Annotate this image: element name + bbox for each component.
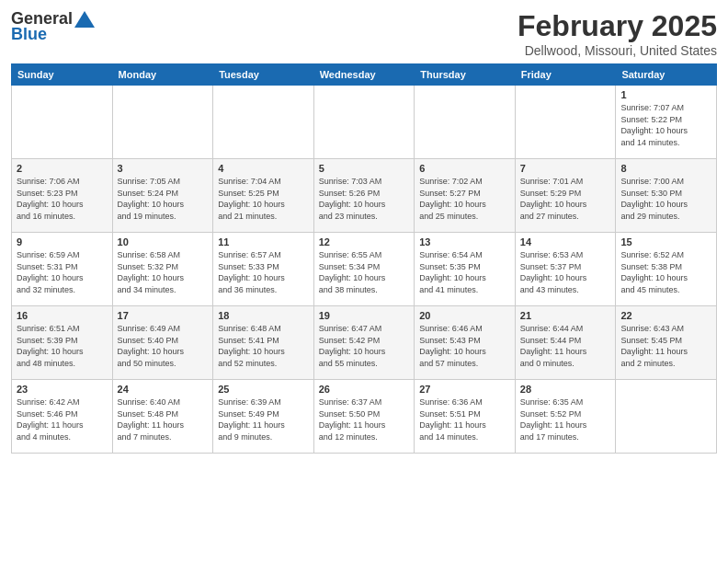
calendar-cell: 1Sunrise: 7:07 AM Sunset: 5:22 PM Daylig…	[616, 86, 717, 159]
day-info: Sunrise: 6:42 AM Sunset: 5:46 PM Dayligh…	[17, 396, 108, 442]
day-of-week-header: Thursday	[415, 64, 516, 86]
day-of-week-header: Sunday	[12, 64, 113, 86]
calendar-cell: 14Sunrise: 6:53 AM Sunset: 5:37 PM Dayli…	[515, 233, 616, 306]
day-number: 19	[319, 310, 410, 321]
day-of-week-header: Friday	[515, 64, 616, 86]
calendar-cell: 15Sunrise: 6:52 AM Sunset: 5:38 PM Dayli…	[616, 233, 717, 306]
day-info: Sunrise: 6:47 AM Sunset: 5:42 PM Dayligh…	[319, 323, 410, 369]
day-number: 2	[17, 163, 108, 174]
day-info: Sunrise: 6:48 AM Sunset: 5:41 PM Dayligh…	[218, 323, 309, 369]
day-info: Sunrise: 6:39 AM Sunset: 5:49 PM Dayligh…	[218, 396, 309, 442]
calendar-cell: 16Sunrise: 6:51 AM Sunset: 5:39 PM Dayli…	[12, 306, 113, 380]
day-number: 3	[118, 163, 209, 174]
day-number: 22	[620, 310, 711, 321]
day-info: Sunrise: 6:58 AM Sunset: 5:32 PM Dayligh…	[118, 249, 209, 295]
day-info: Sunrise: 6:46 AM Sunset: 5:43 PM Dayligh…	[419, 323, 510, 369]
day-number: 20	[419, 310, 510, 321]
day-number: 17	[118, 310, 209, 321]
day-number: 4	[218, 163, 309, 174]
day-info: Sunrise: 6:37 AM Sunset: 5:50 PM Dayligh…	[319, 396, 410, 442]
calendar-cell	[515, 86, 616, 159]
day-number: 14	[520, 236, 611, 247]
calendar-cell: 21Sunrise: 6:44 AM Sunset: 5:44 PM Dayli…	[515, 306, 616, 380]
day-info: Sunrise: 6:35 AM Sunset: 5:52 PM Dayligh…	[520, 396, 611, 442]
day-number: 12	[319, 236, 410, 247]
calendar-cell: 6Sunrise: 7:02 AM Sunset: 5:27 PM Daylig…	[415, 159, 516, 233]
calendar-cell	[415, 86, 516, 159]
calendar-cell: 5Sunrise: 7:03 AM Sunset: 5:26 PM Daylig…	[313, 159, 415, 233]
day-info: Sunrise: 7:07 AM Sunset: 5:22 PM Dayligh…	[620, 102, 711, 148]
calendar-cell	[616, 380, 717, 454]
calendar-cell: 22Sunrise: 6:43 AM Sunset: 5:45 PM Dayli…	[616, 306, 717, 380]
calendar-week-row: 16Sunrise: 6:51 AM Sunset: 5:39 PM Dayli…	[12, 306, 717, 380]
calendar-week-row: 9Sunrise: 6:59 AM Sunset: 5:31 PM Daylig…	[12, 233, 717, 306]
day-info: Sunrise: 6:54 AM Sunset: 5:35 PM Dayligh…	[419, 249, 510, 295]
day-number: 27	[419, 384, 510, 395]
day-of-week-header: Tuesday	[213, 64, 314, 86]
logo: General Blue	[11, 9, 97, 44]
day-number: 13	[419, 236, 510, 247]
calendar-cell: 13Sunrise: 6:54 AM Sunset: 5:35 PM Dayli…	[415, 233, 516, 306]
day-info: Sunrise: 6:49 AM Sunset: 5:40 PM Dayligh…	[118, 323, 209, 369]
calendar-cell: 4Sunrise: 7:04 AM Sunset: 5:25 PM Daylig…	[213, 159, 314, 233]
calendar-week-row: 2Sunrise: 7:06 AM Sunset: 5:23 PM Daylig…	[12, 159, 717, 233]
calendar-cell: 25Sunrise: 6:39 AM Sunset: 5:49 PM Dayli…	[213, 380, 314, 454]
calendar-cell: 26Sunrise: 6:37 AM Sunset: 5:50 PM Dayli…	[313, 380, 415, 454]
day-number: 24	[118, 384, 209, 395]
calendar-cell: 20Sunrise: 6:46 AM Sunset: 5:43 PM Dayli…	[415, 306, 516, 380]
calendar-header-row: SundayMondayTuesdayWednesdayThursdayFrid…	[12, 64, 717, 86]
day-info: Sunrise: 6:57 AM Sunset: 5:33 PM Dayligh…	[218, 249, 309, 295]
calendar-cell: 19Sunrise: 6:47 AM Sunset: 5:42 PM Dayli…	[313, 306, 415, 380]
header: General Blue February 2025 Dellwood, Mis…	[11, 9, 717, 58]
calendar-cell: 2Sunrise: 7:06 AM Sunset: 5:23 PM Daylig…	[12, 159, 113, 233]
day-number: 1	[620, 89, 711, 100]
calendar-cell: 3Sunrise: 7:05 AM Sunset: 5:24 PM Daylig…	[112, 159, 213, 233]
calendar-week-row: 23Sunrise: 6:42 AM Sunset: 5:46 PM Dayli…	[12, 380, 717, 454]
subtitle: Dellwood, Missouri, United States	[518, 43, 717, 58]
calendar-cell: 11Sunrise: 6:57 AM Sunset: 5:33 PM Dayli…	[213, 233, 314, 306]
calendar-cell: 9Sunrise: 6:59 AM Sunset: 5:31 PM Daylig…	[12, 233, 113, 306]
calendar-cell: 17Sunrise: 6:49 AM Sunset: 5:40 PM Dayli…	[112, 306, 213, 380]
calendar-cell: 12Sunrise: 6:55 AM Sunset: 5:34 PM Dayli…	[313, 233, 415, 306]
day-number: 25	[218, 384, 309, 395]
day-number: 8	[620, 163, 711, 174]
calendar-cell: 8Sunrise: 7:00 AM Sunset: 5:30 PM Daylig…	[616, 159, 717, 233]
day-number: 23	[17, 384, 108, 395]
day-info: Sunrise: 7:03 AM Sunset: 5:26 PM Dayligh…	[319, 176, 410, 222]
day-info: Sunrise: 6:43 AM Sunset: 5:45 PM Dayligh…	[620, 323, 711, 369]
day-number: 16	[17, 310, 108, 321]
day-info: Sunrise: 7:04 AM Sunset: 5:25 PM Dayligh…	[218, 176, 309, 222]
day-info: Sunrise: 6:36 AM Sunset: 5:51 PM Dayligh…	[419, 396, 510, 442]
svg-marker-0	[74, 11, 95, 28]
day-info: Sunrise: 7:06 AM Sunset: 5:23 PM Dayligh…	[17, 176, 108, 222]
day-number: 7	[520, 163, 611, 174]
calendar: SundayMondayTuesdayWednesdayThursdayFrid…	[11, 63, 717, 454]
day-info: Sunrise: 6:59 AM Sunset: 5:31 PM Dayligh…	[17, 249, 108, 295]
day-info: Sunrise: 6:55 AM Sunset: 5:34 PM Dayligh…	[319, 249, 410, 295]
day-info: Sunrise: 7:00 AM Sunset: 5:30 PM Dayligh…	[620, 176, 711, 222]
day-info: Sunrise: 6:44 AM Sunset: 5:44 PM Dayligh…	[520, 323, 611, 369]
day-number: 11	[218, 236, 309, 247]
calendar-cell: 27Sunrise: 6:36 AM Sunset: 5:51 PM Dayli…	[415, 380, 516, 454]
title-block: February 2025 Dellwood, Missouri, United…	[518, 9, 717, 58]
calendar-cell: 10Sunrise: 6:58 AM Sunset: 5:32 PM Dayli…	[112, 233, 213, 306]
day-number: 15	[620, 236, 711, 247]
day-of-week-header: Monday	[112, 64, 213, 86]
page-container: General Blue February 2025 Dellwood, Mis…	[0, 0, 728, 563]
day-number: 18	[218, 310, 309, 321]
day-info: Sunrise: 6:40 AM Sunset: 5:48 PM Dayligh…	[118, 396, 209, 442]
day-number: 21	[520, 310, 611, 321]
day-number: 9	[17, 236, 108, 247]
day-of-week-header: Saturday	[616, 64, 717, 86]
calendar-cell: 23Sunrise: 6:42 AM Sunset: 5:46 PM Dayli…	[12, 380, 113, 454]
calendar-cell	[12, 86, 113, 159]
day-info: Sunrise: 6:51 AM Sunset: 5:39 PM Dayligh…	[17, 323, 108, 369]
calendar-cell	[213, 86, 314, 159]
day-number: 28	[520, 384, 611, 395]
calendar-cell: 24Sunrise: 6:40 AM Sunset: 5:48 PM Dayli…	[112, 380, 213, 454]
day-number: 5	[319, 163, 410, 174]
day-of-week-header: Wednesday	[313, 64, 415, 86]
day-info: Sunrise: 6:52 AM Sunset: 5:38 PM Dayligh…	[620, 249, 711, 295]
main-title: February 2025	[518, 9, 717, 43]
calendar-week-row: 1Sunrise: 7:07 AM Sunset: 5:22 PM Daylig…	[12, 86, 717, 159]
